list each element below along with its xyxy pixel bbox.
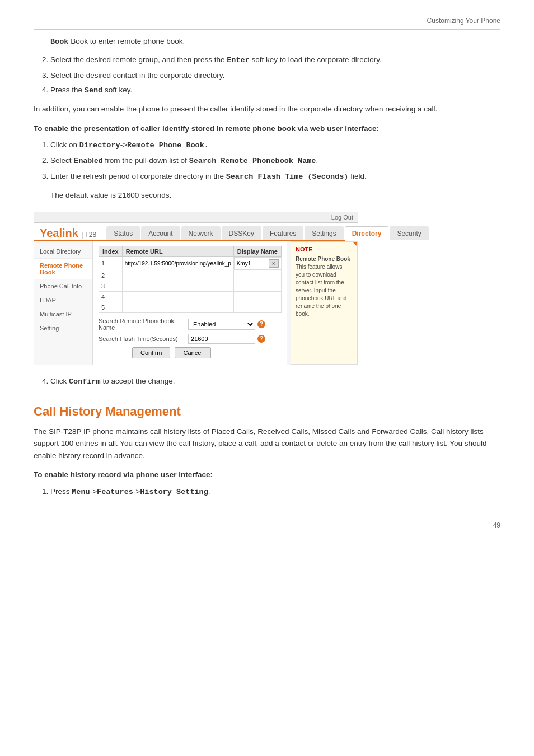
nav-network[interactable]: Network [181,226,221,240]
ui-body: Local Directory Remote Phone Book Phone … [34,241,358,365]
col-remote-url: Remote URL [122,246,233,256]
flash-input[interactable] [188,334,255,344]
nav-status[interactable]: Status [106,226,140,240]
note-remote-book: Remote Phone Book [296,256,350,262]
intro-step-4: Press the Send soft key. [50,84,500,97]
nav-directory[interactable]: Directory [345,226,389,241]
page-number: 49 [34,521,500,529]
flash-help-icon[interactable]: ? [257,335,265,343]
row4-display-input[interactable] [236,293,275,300]
flash-time-row: Search Flash Time(Seconds) ? [99,334,282,344]
nav-features[interactable]: Features [263,226,303,240]
row2-url [122,270,233,281]
row4-index: 4 [99,291,122,302]
search-label: Search Remote Phonebook Name [99,318,188,331]
default-val: The default value is 21600 seconds. [50,189,500,202]
sidebar-multicast-ip[interactable]: Multicast IP [34,307,92,321]
intro-step-2: Select the desired remote group, and the… [50,54,500,67]
ui-screenshot: Log Out Yealink | T28 Status Account Net… [34,212,358,365]
note-body: Remote Phone Book This feature allows yo… [296,255,353,318]
note-panel: NOTE Remote Phone Book This feature allo… [291,241,358,365]
ui-sidebar: Local Directory Remote Phone Book Phone … [34,241,93,365]
note-title: NOTE [296,245,353,254]
table-row: 2 [99,270,281,281]
sidebar-setting[interactable]: Setting [34,321,92,335]
sidebar-ldap[interactable]: LDAP [34,293,92,307]
ui-header: Yealink | T28 Status Account Network DSS… [34,223,358,241]
logo-model-text: T28 [85,231,97,239]
row3-display-input[interactable] [236,283,275,290]
sidebar-phone-call-info[interactable]: Phone Call Info [34,279,92,293]
row3-index: 3 [99,281,122,291]
table-row: 1 × [99,256,281,270]
row1-url-input[interactable] [125,260,231,267]
web-step-1: Click on Directory->Remote Phone Book. [50,139,500,152]
step4-confirm: Click Confirm to accept the change. [50,375,500,389]
row1-clear-btn[interactable]: × [269,259,279,268]
nav-security[interactable]: Security [390,226,428,240]
web-step-3: Enter the refresh period of corporate di… [50,170,500,184]
nav-account[interactable]: Account [141,226,180,240]
row1-index: 1 [99,256,122,270]
row5-index: 5 [99,302,122,312]
row3-url-input[interactable] [125,283,231,290]
ui-nav: Status Account Network DSSKey Features S… [106,226,430,240]
history-step-1: Press Menu->Features->History Setting. [50,486,500,499]
row4-url [122,291,233,302]
nav-settings[interactable]: Settings [305,226,343,240]
web-ui-heading: To enable the presentation of caller ide… [34,123,500,134]
ui-action-buttons: Confirm Cancel [99,347,282,358]
ui-main: Index Remote URL Display Name 1 [93,241,287,365]
web-step-2: Select Enabled from the pull-down list o… [50,155,500,168]
flash-label: Search Flash Time(Seconds) [99,335,188,342]
section-title: Customizing Your Phone [427,17,500,25]
web-ui-steps: Click on Directory->Remote Phone Book. S… [50,139,500,184]
logo-model: | T28 [79,231,96,239]
book-intro: Book Book to enter remote phone book. [50,35,500,48]
intro-steps: Select the desired remote group, and the… [50,54,500,98]
row2-index: 2 [99,270,122,281]
row4-url-input[interactable] [125,293,231,300]
row2-url-input[interactable] [125,272,231,279]
row5-url [122,302,233,312]
table-row: 5 [99,302,281,312]
search-help-icon[interactable]: ? [257,320,265,328]
history-steps: Press Menu->Features->History Setting. [50,486,500,499]
book-intro-text: Book to enter remote phone book. [71,37,185,45]
row4-display [233,291,281,302]
cancel-button[interactable]: Cancel [175,347,210,358]
remote-url-table: Index Remote URL Display Name 1 [99,246,282,313]
table-row: 3 [99,281,281,291]
row1-display: × [234,257,282,270]
row2-display [233,270,281,281]
search-select[interactable]: Enabled Disabled [188,319,255,330]
sidebar-local-directory[interactable]: Local Directory [34,245,92,259]
history-record-heading: To enable history record via phone user … [34,469,500,480]
sidebar-remote-phone-book[interactable]: Remote Phone Book [34,259,92,279]
page-header: Customizing Your Phone [34,17,500,30]
col-display-name: Display Name [233,246,281,256]
para1: In addition, you can enable the phone to… [34,103,500,115]
row2-display-input[interactable] [236,272,275,279]
confirm-button[interactable]: Confirm [132,347,171,358]
col-index: Index [99,246,122,256]
ui-topbar: Log Out [34,212,358,223]
row5-display-input[interactable] [236,304,275,311]
search-phonebook-row: Search Remote Phonebook Name Enabled Dis… [99,318,282,331]
logout-btn[interactable]: Log Out [331,214,353,221]
call-history-para: The SIP-T28P IP phone maintains call his… [34,426,500,462]
row5-display [233,302,281,312]
call-history-heading: Call History Management [34,404,500,419]
row5-url-input[interactable] [125,304,231,311]
row1-url [122,256,233,270]
row3-display [233,281,281,291]
intro-step-3: Select the desired contact in the corpor… [50,69,500,82]
table-row: 4 [99,291,281,302]
logo-accent: Yealink [40,227,78,239]
step4-list: Click Confirm to accept the change. [50,375,500,389]
nav-dsskey[interactable]: DSSKey [222,226,261,240]
ui-logo: Yealink | T28 [40,227,96,240]
note-triangle [353,242,357,246]
row1-display-input[interactable] [237,260,268,267]
row3-url [122,281,233,291]
